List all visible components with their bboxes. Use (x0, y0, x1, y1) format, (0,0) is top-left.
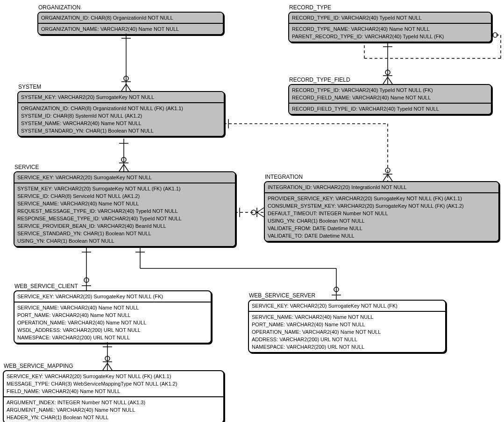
attr-field: PORT_NAME: VARCHAR2(40) Name NOT NULL (17, 311, 208, 319)
pk-field: RECORD_TYPE_ID: VARCHAR2(40) TypeId NOT … (292, 14, 488, 21)
pk-field: MESSAGE_TYPE: CHAR(3) WebServiceMappingT… (7, 380, 220, 387)
svg-line-39 (107, 363, 112, 370)
entity-title: SYSTEM (18, 84, 41, 90)
attr-field: REQUEST_MESSAGE_TYPE_ID: VARCHAR2(40) Ty… (17, 207, 232, 215)
pk-field: ORGANIZATION_ID: CHAR(8) OrganizationId … (41, 14, 220, 21)
svg-point-23 (251, 210, 256, 215)
pk-field: SERVICE_KEY: VARCHAR2(20) SurrogateKey N… (17, 174, 232, 181)
attr-field: WSDL_ADDRESS: VARCHAR2(200) URL NOT NULL (17, 326, 208, 334)
attr-field: SERVICE_PROVIDER_BEAN_ID: VARCHAR2(40) B… (17, 222, 232, 230)
entity-title: WEB_SERVICE_MAPPING (4, 363, 73, 369)
pk-field: SERVICE_KEY: VARCHAR2(20) SurrogateKey N… (252, 302, 442, 309)
svg-line-22 (257, 212, 264, 217)
attr-field: DEFAULT_TIMEOUT: INTEGER Number NOT NULL (268, 210, 496, 217)
entity-title: SERVICE (14, 164, 39, 170)
entity-organization: ORGANIZATION ORGANIZATION_ID: CHAR(8) Or… (37, 12, 224, 35)
attr-field: SERVICE_NAME: VARCHAR2(40) Name NOT NULL (252, 313, 442, 321)
attr-field: SERVICE_NAME: VARCHAR2(40) Name NOT NULL (17, 304, 208, 311)
pk-field: FIELD_NAME: VARCHAR2(40) Name NOT NULL (7, 387, 220, 395)
attr-field: ORGANIZATION_ID: CHAR(8) OrganizationId … (21, 105, 221, 112)
svg-line-38 (103, 363, 107, 370)
attr-field: NAMESPACE: VARCHAR2(200) URL NOT NULL (252, 343, 442, 351)
entity-title: RECORD_TYPE_FIELD (289, 77, 350, 83)
svg-line-10 (124, 164, 128, 171)
svg-line-15 (383, 174, 388, 181)
attr-field: SYSTEM_KEY: VARCHAR2(20) SurrogateKey NO… (17, 185, 232, 192)
attr-field: PROVIDER_SERVICE_KEY: VARCHAR2(20) Surro… (268, 195, 496, 202)
entity-web-service-mapping: WEB_SERVICE_MAPPING SERVICE_KEY: VARCHAR… (3, 370, 224, 422)
entity-title: RECORD_TYPE (289, 4, 331, 11)
svg-line-9 (119, 164, 124, 171)
attr-field: SERVICE_ID: CHAR(8) ServiceId NOT NULL (… (17, 192, 232, 200)
entity-title: WEB_SERVICE_SERVER (249, 292, 315, 299)
attr-field: RECORD_TYPE_NAME: VARCHAR2(40) Name NOT … (292, 25, 488, 33)
attr-field: SERVICE_NAME: VARCHAR2(40) Name NOT NULL (17, 200, 232, 207)
svg-line-21 (257, 208, 264, 212)
svg-point-51 (493, 33, 497, 37)
svg-point-40 (105, 356, 110, 361)
svg-line-16 (388, 174, 392, 181)
entity-service: SERVICE SERVICE_KEY: VARCHAR2(20) Surrog… (14, 171, 236, 247)
attr-field: ORGANIZATION_NAME: VARCHAR2(40) Name NOT… (41, 25, 220, 33)
pk-field: RECORD_FIELD_NAME: VARCHAR2(40) Name NOT… (292, 94, 488, 101)
attr-field: RECORD_FIELD_TYPE_ID: VARCHAR2(40) TypeI… (292, 105, 488, 113)
entity-record-type: RECORD_TYPE RECORD_TYPE_ID: VARCHAR2(40)… (288, 12, 492, 42)
attr-field: ADDRESS: VARCHAR2(200) URL NOT NULL (252, 336, 442, 343)
entity-title: ORGANIZATION (38, 4, 80, 11)
svg-point-5 (124, 76, 128, 81)
svg-point-46 (385, 70, 390, 75)
attr-field: OPERATION_NAME: VARCHAR2(40) Name NOT NU… (17, 319, 208, 326)
entity-integration: INTEGRATION INTEGRATION_ID: VARCHAR2(20)… (264, 181, 499, 242)
attr-field: USING_YN: CHAR(1) Boolean NOT NULL (268, 217, 496, 225)
pk-field: SERVICE_KEY: VARCHAR2(20) SurrogateKey N… (17, 293, 208, 300)
attr-field: SERVICE_STANDARD_YN: CHAR(1) Boolean NOT… (17, 230, 232, 237)
attr-field: ARGUMENT_NAME: VARCHAR2(40) Name NOT NUL… (7, 406, 220, 414)
entity-title: INTEGRATION (265, 174, 303, 180)
svg-point-11 (121, 157, 126, 162)
entity-web-service-server: WEB_SERVICE_SERVER SERVICE_KEY: VARCHAR2… (248, 300, 446, 353)
attr-field: RESPONSE_MESSAGE_TYPE_ID: VARCHAR2(40) T… (17, 215, 232, 222)
pk-field: SERVICE_KEY: VARCHAR2(20) SurrogateKey N… (7, 373, 220, 380)
svg-point-17 (385, 168, 390, 173)
svg-point-34 (334, 287, 339, 292)
attr-field: NAMESPACE: VARCHAR2(200) URL NOT NULL (17, 334, 208, 341)
pk-field: INTEGRATION_ID: VARCHAR2(20) Integration… (268, 183, 496, 191)
attr-field: CONSUMER_SYSTEM_KEY: VARCHAR2(20) Surrog… (268, 202, 496, 210)
attr-field: PARENT_RECORD_TYPE_ID: VARCHAR2(40) Type… (292, 33, 488, 40)
pk-field: RECORD_TYPE_ID: VARCHAR2(40) TypeId NOT … (292, 86, 488, 94)
attr-field: SYSTEM_STANDARD_YN: CHAR(1) Boolean NOT … (21, 127, 221, 134)
attr-field: SYSTEM_NAME: VARCHAR2(40) Name NOT NULL (21, 120, 221, 127)
svg-line-3 (121, 84, 126, 91)
svg-line-44 (383, 77, 388, 84)
pk-field: SYSTEM_KEY: VARCHAR2(20) SurrogateKey NO… (21, 93, 221, 101)
attr-field: SYSTEM_ID: CHAR(8) SystemId NOT NULL (AK… (21, 112, 221, 120)
svg-line-4 (126, 84, 131, 91)
attr-field: PORT_NAME: VARCHAR2(40) Name NOT NULL (252, 321, 442, 328)
attr-field: ARGUMENT_INDEX: INTEGER Number NOT NULL … (7, 399, 220, 406)
entity-web-service-client: WEB_SERVICE_CLIENT SERVICE_KEY: VARCHAR2… (14, 290, 212, 344)
attr-field: VALIDATE_TO: DATE Datetime NULL (268, 232, 496, 239)
attr-field: USING_YN: CHAR(1) Boolean NOT NULL (17, 237, 232, 245)
svg-point-28 (84, 278, 89, 282)
attr-field: VALIDATE_FROM: DATE Datetime NULL (268, 225, 496, 232)
entity-record-type-field: RECORD_TYPE_FIELD RECORD_TYPE_ID: VARCHA… (288, 84, 492, 115)
attr-field: HEADER_YN: CHAR(1) Boolean NOT NULL (7, 414, 220, 421)
svg-line-45 (388, 77, 392, 84)
attr-field: OPERATION_NAME: VARCHAR2(40) Name NOT NU… (252, 328, 442, 336)
entity-title: WEB_SERVICE_CLIENT (14, 283, 78, 289)
entity-system: SYSTEM SYSTEM_KEY: VARCHAR2(20) Surrogat… (17, 91, 225, 137)
